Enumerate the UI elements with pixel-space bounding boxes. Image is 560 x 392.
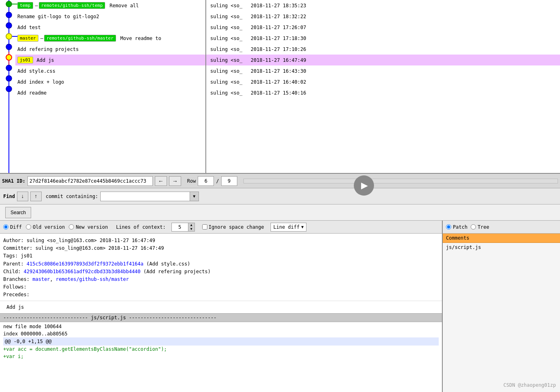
diff-add-line-1: +var acc = document.getElementsByClassNa…	[3, 346, 439, 353]
precedes-line: Precedes:	[3, 291, 439, 299]
ignore-space-checkbox[interactable]	[202, 224, 207, 230]
find-dropdown-button[interactable]: ▼	[190, 192, 199, 201]
find-bar: Find ↓ ↑ commit containing: ▼	[0, 188, 560, 204]
row-current-input[interactable]	[198, 176, 214, 186]
diff-add-line-2: +var i;	[3, 353, 439, 360]
commit-msg-8: Add readme	[17, 90, 46, 96]
file-tree-item-script[interactable]: js/script.js	[443, 243, 560, 252]
commit-row-2[interactable]: Add test	[15, 22, 205, 33]
commit-info-block: Author: suling <so_ling@163.com> 2018-11…	[0, 234, 442, 301]
spinner-up-button[interactable]: ▲	[188, 223, 194, 227]
commit-row-0[interactable]: temp — remotes/github-ssh/temp Remove al…	[15, 0, 205, 11]
tag-master: master	[17, 35, 38, 42]
diff-mode-line: new file mode 100644	[3, 323, 439, 330]
commit-row-7[interactable]: Add index + logo	[15, 76, 205, 87]
sha-bar: SHA1 ID: ← → Row /	[0, 174, 560, 188]
svg-point-14	[6, 86, 12, 92]
parent-line: Parent: 415c5c8086e163997893d3df2f9372eb…	[3, 260, 439, 268]
commit-msg-1: Rename git-logo to git-logo2	[17, 14, 99, 19]
find-containing-label: containing:	[66, 194, 98, 199]
commit-row-5[interactable]: js01 Add js	[15, 55, 205, 65]
author-1: suling <so_	[210, 14, 251, 19]
old-version-radio[interactable]	[26, 224, 31, 230]
date-1: 2018-11-27 18:32:22	[251, 14, 315, 19]
diff-options-bar: Diff Old version New version Lines of co…	[0, 221, 442, 234]
date-4: 2018-11-27 17:10:26	[251, 46, 315, 52]
context-label: Lines of context:	[116, 224, 166, 230]
right-row-3[interactable]: suling <so_ 2018-11-27 17:18:30	[206, 33, 560, 44]
author-3: suling <so_	[210, 36, 251, 41]
patch-radio[interactable]	[446, 224, 451, 230]
branch1-link[interactable]: master	[32, 276, 50, 282]
right-rows-container: suling <so_ 2018-11-27 18:35:23 suling <…	[206, 0, 560, 98]
spinner-down-button[interactable]: ▼	[188, 227, 194, 231]
child-line: Child: 429243060b1b653661adf92cdbd33b3d8…	[3, 268, 439, 276]
diff-panel: Diff Old version New version Lines of co…	[0, 221, 443, 392]
play-button[interactable]: ▶	[354, 175, 374, 196]
tag-temp: temp	[17, 2, 33, 9]
right-row-2[interactable]: suling <so_ 2018-11-27 17:26:07	[206, 22, 560, 33]
parent-hash-link[interactable]: 415c5c8086e163997893d3df2f9372ebb1f4164a	[27, 261, 144, 267]
branches-line: Branches: master, remotes/github-ssh/mas…	[3, 276, 439, 283]
sha-scrollbar[interactable]	[243, 179, 558, 183]
tree-radio[interactable]	[471, 224, 476, 230]
sha-input[interactable]	[27, 176, 153, 186]
main-container: temp — remotes/github-ssh/temp Remove al…	[0, 0, 560, 392]
line-diff-button[interactable]: Line diff ▼	[270, 223, 306, 232]
diff-content: new file mode 100644 index 0000000..ab80…	[0, 322, 442, 361]
graph-left: temp — remotes/github-ssh/temp Remove al…	[0, 0, 206, 173]
tag-remotes-temp: remotes/github-ssh/temp	[39, 2, 105, 9]
context-input[interactable]	[172, 223, 188, 231]
commit-row-6[interactable]: Add style.css	[15, 65, 205, 76]
row-total-input[interactable]	[221, 176, 237, 186]
play-button-container: ▶	[354, 175, 374, 196]
commit-row-4[interactable]: Add refering projects	[15, 44, 205, 55]
commit-msg-0: Remove all	[110, 3, 139, 8]
search-button[interactable]: Search	[5, 207, 31, 218]
right-row-7[interactable]: suling <so_ 2018-11-27 16:40:02	[206, 76, 560, 87]
find-down-button[interactable]: ↓	[17, 192, 28, 201]
right-row-8[interactable]: suling <so_ 2018-11-27 15:40:16	[206, 87, 560, 98]
commit-row-3[interactable]: master — remotes/github-ssh/master Move …	[15, 33, 205, 44]
find-commit-label: commit	[46, 194, 63, 199]
commit-msg-7: Add index + logo	[17, 79, 64, 85]
author-7: suling <so_	[210, 79, 251, 85]
tag-remotes-master: remotes/github-ssh/master	[44, 35, 116, 42]
find-input-wrapper: ▼	[100, 192, 199, 201]
diff-radio[interactable]	[3, 224, 8, 230]
child-hash-link[interactable]: 429243060b1b653661adf92cdbd33b3d84bb4440	[24, 269, 141, 274]
tree-label: Tree	[478, 224, 489, 230]
svg-point-6	[6, 1, 12, 7]
right-row-0[interactable]: suling <so_ 2018-11-27 18:35:23	[206, 0, 560, 11]
svg-point-10	[6, 44, 12, 50]
commit-row-8[interactable]: Add readme	[15, 87, 205, 98]
commit-row-1[interactable]: Rename git-logo to git-logo2	[15, 11, 205, 22]
date-3: 2018-11-27 17:18:30	[251, 36, 315, 41]
diff-hunk-header: @@ -0,0 +1,15 @@	[3, 337, 439, 346]
prev-commit-button[interactable]: ←	[155, 176, 167, 186]
right-row-1[interactable]: suling <so_ 2018-11-27 18:32:22	[206, 11, 560, 22]
right-row-6[interactable]: suling <so_ 2018-11-27 16:43:30	[206, 65, 560, 76]
find-text-input[interactable]	[101, 192, 190, 201]
svg-point-12	[6, 65, 12, 71]
author-line: Author: suling <so_ling@163.com> 2018-11…	[3, 237, 439, 244]
row-label: Row	[187, 178, 196, 184]
find-up-button[interactable]: ↑	[30, 192, 42, 201]
graph-right: suling <so_ 2018-11-27 18:35:23 suling <…	[206, 0, 560, 173]
tree-radio-group: Tree	[471, 224, 489, 230]
next-commit-button[interactable]: →	[169, 176, 181, 186]
right-panel: Patch Tree Comments js/script.js	[443, 221, 560, 392]
tags-line: Tags: js01	[3, 252, 439, 260]
ignore-space-group: Ignore space change	[202, 224, 264, 230]
branch2-link[interactable]: remotes/github-ssh/master	[56, 276, 129, 282]
right-row-4[interactable]: suling <so_ 2018-11-27 17:10:26	[206, 44, 560, 55]
commit-message-body: Add js	[0, 301, 442, 313]
right-row-5[interactable]: suling <so_ 2018-11-27 16:47:49	[206, 55, 560, 65]
graph-area: temp — remotes/github-ssh/temp Remove al…	[0, 0, 560, 174]
bottom-section: Diff Old version New version Lines of co…	[0, 221, 560, 392]
new-version-radio[interactable]	[69, 224, 74, 230]
watermark: CSDN @zhaopeng01zp	[503, 382, 556, 388]
diff-scroll-area[interactable]: Author: suling <so_ling@163.com> 2018-11…	[0, 234, 442, 392]
spinner-buttons: ▲ ▼	[188, 223, 194, 231]
commit-msg-6: Add style.css	[17, 68, 55, 74]
